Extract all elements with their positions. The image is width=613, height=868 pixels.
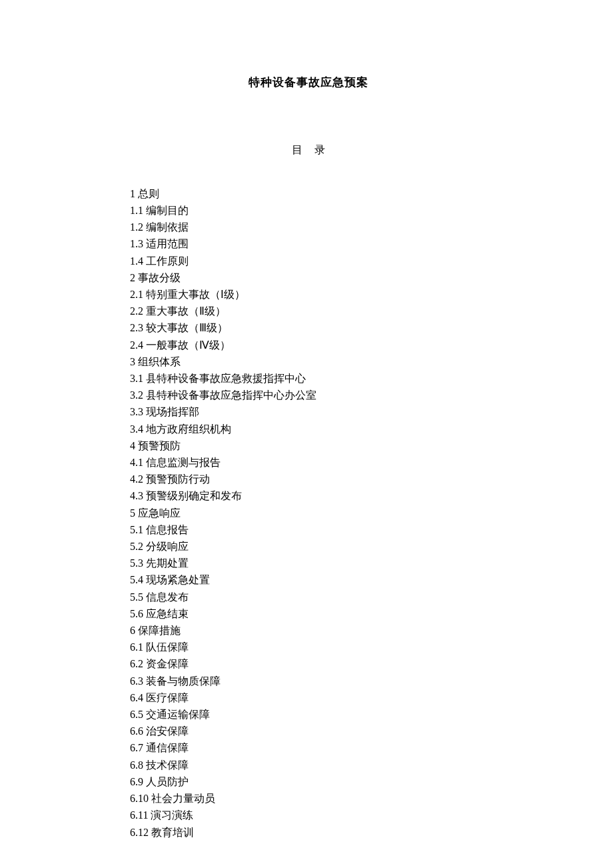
- toc-item: 6.5交通运输保障: [130, 706, 486, 723]
- toc-item-number: 1: [130, 188, 135, 199]
- toc-item-text: 重大事故（Ⅱ级）: [146, 305, 226, 317]
- toc-item-text: 医疗保障: [146, 692, 189, 703]
- toc-item-text: 县特种设备事故应急救援指挥中心: [146, 373, 306, 384]
- toc-item-number: 4.3: [130, 490, 143, 501]
- toc-item-number: 4.2: [130, 473, 143, 485]
- toc-item-text: 编制目的: [146, 205, 189, 216]
- toc-item: 4.3预警级别确定和发布: [130, 487, 486, 504]
- toc-item: 6.1队伍保障: [130, 639, 486, 655]
- toc-item: 5.2分级响应: [130, 538, 486, 555]
- toc-item-text: 较大事故（Ⅲ级）: [146, 322, 228, 333]
- toc-item-number: 6.3: [130, 675, 143, 687]
- toc-item-text: 适用范围: [146, 238, 189, 249]
- toc-item-number: 6.11: [130, 809, 148, 821]
- toc-item: 5应急响应: [130, 505, 486, 521]
- toc-item-number: 5.3: [130, 557, 143, 569]
- toc-item-number: 6.1: [130, 641, 143, 653]
- toc-item-text: 教育培训: [151, 827, 194, 838]
- toc-item-text: 通信保障: [146, 742, 189, 753]
- toc-item-number: 2: [130, 272, 135, 283]
- toc-item-text: 信息报告: [146, 524, 189, 535]
- toc-item-number: 3.3: [130, 406, 143, 417]
- toc-item-number: 6.9: [130, 776, 143, 787]
- toc-item-text: 信息监测与报告: [146, 457, 221, 468]
- toc-item-number: 5.4: [130, 574, 143, 585]
- toc-item: 6.9人员防护: [130, 773, 486, 790]
- toc-item: 2事故分级: [130, 269, 486, 286]
- toc-item-text: 分级响应: [146, 541, 189, 552]
- toc-item-number: 6: [130, 625, 135, 636]
- toc-item-number: 6.5: [130, 709, 143, 720]
- toc-item-text: 特别重大事故（Ⅰ级）: [146, 289, 245, 300]
- toc-item-text: 交通运输保障: [146, 709, 210, 720]
- toc-item-text: 信息发布: [146, 591, 189, 603]
- toc-item-number: 1.2: [130, 221, 143, 233]
- toc-item: 3.1县特种设备事故应急救援指挥中心: [130, 370, 486, 387]
- toc-item-number: 5.2: [130, 541, 143, 552]
- document-title: 特种设备事故应急预案: [130, 73, 486, 91]
- toc-item: 5.6应急结束: [130, 605, 486, 622]
- toc-item-text: 地方政府组织机构: [146, 423, 231, 435]
- toc-item-number: 4: [130, 440, 135, 451]
- toc-item-text: 社会力量动员: [151, 793, 215, 804]
- toc-item-text: 县特种设备事故应急指挥中心办公室: [146, 389, 316, 401]
- toc-item-text: 演习演练: [151, 809, 193, 821]
- toc-item: 5.1信息报告: [130, 521, 486, 538]
- toc-item-number: 5.6: [130, 608, 143, 619]
- toc-item-text: 预警预防: [138, 440, 181, 451]
- toc-item-text: 组织体系: [138, 356, 181, 367]
- toc-item-number: 3.1: [130, 373, 143, 384]
- toc-item: 6.8技术保障: [130, 757, 486, 773]
- toc-item: 6.12教育培训: [130, 824, 486, 841]
- toc-item-number: 6.12: [130, 827, 149, 838]
- toc-item: 6.10社会力量动员: [130, 790, 486, 807]
- toc-item-text: 现场指挥部: [146, 406, 199, 417]
- toc-item-text: 一般事故（Ⅳ级）: [146, 339, 231, 351]
- toc-item: 6.6治安保障: [130, 723, 486, 739]
- toc-item-text: 治安保障: [146, 725, 189, 737]
- toc-item: 2.1特别重大事故（Ⅰ级）: [130, 286, 486, 303]
- toc-item-number: 1.1: [130, 205, 143, 216]
- toc-item-text: 应急结束: [146, 608, 189, 619]
- toc-item-text: 工作原则: [146, 255, 189, 267]
- toc-item-number: 6.6: [130, 725, 143, 737]
- toc-item-text: 队伍保障: [146, 641, 189, 653]
- toc-item: 1.1编制目的: [130, 202, 486, 219]
- toc-item: 3.4地方政府组织机构: [130, 421, 486, 437]
- toc-item-text: 预警预防行动: [146, 473, 210, 485]
- toc-item: 4预警预防: [130, 437, 486, 454]
- toc-item-number: 5.5: [130, 591, 143, 603]
- toc-item: 3.3现场指挥部: [130, 403, 486, 420]
- toc-item: 2.3较大事故（Ⅲ级）: [130, 319, 486, 336]
- toc-list: 1总则1.1编制目的1.2编制依据1.3适用范围1.4工作原则2事故分级2.1特…: [130, 185, 486, 841]
- toc-label: 目录: [130, 141, 486, 159]
- toc-item: 1总则: [130, 185, 486, 202]
- toc-item-number: 2.4: [130, 339, 143, 351]
- toc-item-number: 2.1: [130, 289, 143, 300]
- toc-item: 5.3先期处置: [130, 555, 486, 571]
- toc-item: 6.3装备与物质保障: [130, 673, 486, 689]
- toc-item-text: 装备与物质保障: [146, 675, 221, 687]
- toc-item: 2.4一般事故（Ⅳ级）: [130, 337, 486, 353]
- toc-item-number: 5: [130, 507, 135, 519]
- toc-item-number: 1.3: [130, 238, 143, 249]
- toc-item-number: 6.10: [130, 793, 149, 804]
- toc-item-text: 人员防护: [146, 776, 189, 787]
- toc-item: 4.1信息监测与报告: [130, 454, 486, 471]
- toc-item-text: 应急响应: [138, 507, 181, 519]
- toc-item-number: 2.2: [130, 305, 143, 317]
- toc-item-text: 技术保障: [146, 759, 189, 771]
- toc-item: 1.4工作原则: [130, 253, 486, 269]
- toc-item: 3.2县特种设备事故应急指挥中心办公室: [130, 387, 486, 403]
- toc-item-text: 事故分级: [138, 272, 181, 283]
- toc-item-number: 6.8: [130, 759, 143, 771]
- toc-item-text: 保障措施: [138, 625, 181, 636]
- toc-item-text: 资金保障: [146, 658, 189, 669]
- toc-item-number: 6.7: [130, 742, 143, 753]
- toc-item-number: 3.4: [130, 423, 143, 435]
- toc-item: 6.2资金保障: [130, 655, 486, 672]
- toc-item: 2.2重大事故（Ⅱ级）: [130, 303, 486, 319]
- toc-item-text: 总则: [138, 188, 159, 199]
- toc-item: 6.4医疗保障: [130, 689, 486, 706]
- toc-item: 6保障措施: [130, 622, 486, 639]
